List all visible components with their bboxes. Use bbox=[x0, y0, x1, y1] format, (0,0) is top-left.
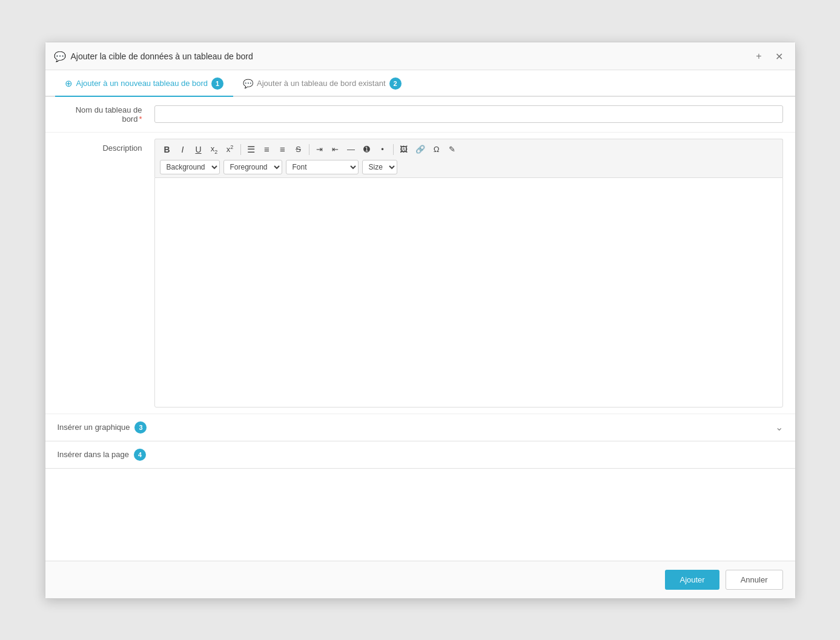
cancel-button[interactable]: Annuler bbox=[726, 570, 783, 590]
add-to-dashboard-dialog: 💬 Ajouter la cible de données à un table… bbox=[45, 42, 796, 599]
underline-button[interactable]: U bbox=[191, 143, 206, 156]
tab-existing-label: Ajouter à un tableau de bord existant bbox=[257, 79, 385, 88]
editor-toolbar: B I U x2 x2 ☰ ≡ ≡ S ⇥ ⇤ — ➊ bbox=[154, 139, 783, 177]
add-button[interactable]: Ajouter bbox=[665, 570, 719, 590]
special-chars-button[interactable]: Ω bbox=[429, 143, 444, 156]
size-select[interactable]: Size bbox=[362, 160, 397, 174]
insert-chart-badge: 3 bbox=[134, 421, 147, 434]
strikethrough-button[interactable]: S bbox=[291, 143, 306, 156]
dashboard-name-input[interactable] bbox=[154, 105, 783, 123]
toolbar-sep-1 bbox=[240, 144, 241, 155]
dialog-header: 💬 Ajouter la cible de données à un table… bbox=[45, 42, 795, 70]
insert-chart-label-area: Insérer un graphique 3 bbox=[58, 421, 775, 434]
dialog-content: Nom du tableau de bord* Description B I … bbox=[45, 97, 795, 561]
insert-page-label: Insérer dans la page bbox=[58, 450, 130, 459]
indent-more-button[interactable]: ⇥ bbox=[313, 143, 327, 156]
italic-button[interactable]: I bbox=[176, 143, 190, 156]
align-center-button[interactable]: ≡ bbox=[260, 142, 274, 156]
close-dialog-button[interactable]: ✕ bbox=[773, 50, 785, 64]
insert-chart-label: Insérer un graphique bbox=[58, 423, 130, 432]
dialog-chart-icon: 💬 bbox=[54, 51, 66, 62]
add-window-button[interactable]: + bbox=[753, 50, 764, 63]
insert-page-badge: 4 bbox=[134, 449, 146, 461]
description-editor-wrap: B I U x2 x2 ☰ ≡ ≡ S ⇥ ⇤ — ➊ bbox=[154, 139, 783, 407]
tab-new-icon: ⊕ bbox=[65, 78, 73, 89]
horizontal-rule-button[interactable]: — bbox=[344, 143, 359, 156]
align-left-button[interactable]: ☰ bbox=[244, 142, 259, 157]
toolbar-sep-2 bbox=[309, 144, 309, 155]
insert-page-label-area: Insérer dans la page 4 bbox=[58, 449, 783, 461]
align-right-button[interactable]: ≡ bbox=[276, 142, 290, 156]
subscript-button[interactable]: x2 bbox=[207, 142, 222, 157]
toolbar-row1: B I U x2 x2 ☰ ≡ ≡ S ⇥ ⇤ — ➊ bbox=[160, 142, 778, 157]
description-editor[interactable] bbox=[154, 177, 783, 407]
name-label: Nom du tableau de bord* bbox=[58, 105, 154, 124]
tab-new-dashboard[interactable]: ⊕ Ajouter à un nouveau tableau de bord 1 bbox=[55, 70, 234, 96]
bold-button[interactable]: B bbox=[160, 143, 174, 156]
toolbar-row2: Background Foreground Font Size bbox=[160, 160, 778, 174]
tab-new-label: Ajouter à un nouveau tableau de bord bbox=[76, 79, 208, 88]
superscript-button[interactable]: x2 bbox=[223, 142, 237, 156]
dialog-title: Ajouter la cible de données à un tableau… bbox=[71, 51, 253, 61]
clear-format-button[interactable]: ✎ bbox=[445, 143, 460, 156]
tab-existing-dashboard[interactable]: 💬 Ajouter à un tableau de bord existant … bbox=[233, 70, 411, 96]
unordered-list-button[interactable]: • bbox=[375, 143, 390, 156]
description-row: Description B I U x2 x2 ☰ ≡ ≡ S bbox=[45, 133, 795, 414]
font-select[interactable]: Font bbox=[286, 160, 359, 174]
tab-existing-icon: 💬 bbox=[243, 79, 253, 88]
background-select[interactable]: Background bbox=[160, 160, 220, 174]
toolbar-sep-3 bbox=[393, 144, 394, 155]
link-button[interactable]: 🔗 bbox=[412, 143, 428, 156]
indent-less-button[interactable]: ⇤ bbox=[328, 143, 343, 156]
description-label: Description bbox=[58, 139, 154, 407]
dialog-header-actions: + ✕ bbox=[753, 50, 785, 64]
tabs-bar: ⊕ Ajouter à un nouveau tableau de bord 1… bbox=[45, 70, 795, 97]
foreground-select[interactable]: Foreground bbox=[223, 160, 282, 174]
image-button[interactable]: 🖼 bbox=[397, 143, 411, 156]
name-form-row: Nom du tableau de bord* bbox=[45, 97, 795, 133]
dialog-footer: Ajouter Annuler bbox=[45, 561, 795, 598]
ordered-list-button[interactable]: ➊ bbox=[360, 143, 374, 156]
tab-new-badge: 1 bbox=[211, 78, 223, 90]
dialog-title-area: 💬 Ajouter la cible de données à un table… bbox=[54, 51, 253, 62]
insert-chart-chevron: ⌄ bbox=[775, 421, 783, 433]
insert-page-section[interactable]: Insérer dans la page 4 bbox=[45, 441, 795, 469]
tab-existing-badge: 2 bbox=[389, 78, 402, 90]
required-star: * bbox=[139, 114, 142, 124]
insert-chart-section[interactable]: Insérer un graphique 3 ⌄ bbox=[45, 414, 795, 441]
